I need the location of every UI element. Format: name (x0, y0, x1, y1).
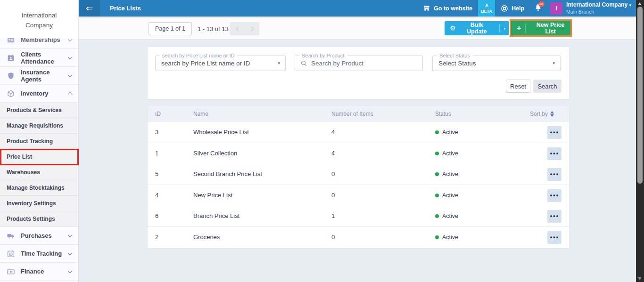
column-header-id: ID (155, 106, 161, 122)
row-actions-button[interactable]: ●●● (547, 168, 561, 181)
price-list-search-dropdown[interactable]: search by Price List name or ID search b… (155, 56, 286, 71)
subitem-label: Products & Services (7, 107, 62, 113)
clients-attendance-icon (7, 54, 15, 62)
row-actions-button[interactable]: ●●● (547, 231, 561, 244)
sidebar: Memberships Clients Attendance Insurance… (0, 0, 79, 282)
status-badge: Active (435, 227, 458, 248)
chevron-down-icon (68, 233, 73, 237)
subitem-label: Manage Stocktakings (7, 185, 65, 191)
status-badge: Active (435, 185, 458, 206)
table-row: 5 Second Branch Price List 0 Active ●●● (148, 164, 569, 185)
cell-name: Branch Price List (193, 206, 239, 226)
search-icon (300, 60, 307, 67)
column-header-status: Status (435, 106, 451, 122)
chevron-down-icon[interactable]: ▾ (504, 26, 505, 31)
sidebar-subitem-manage-stocktakings[interactable]: Manage Stocktakings (0, 180, 78, 196)
scrollbar-thumb[interactable] (637, 7, 643, 184)
logo-line2: Company (0, 20, 78, 30)
field-placeholder: Search by Product (311, 56, 363, 71)
row-actions-button[interactable]: ●●● (547, 210, 561, 223)
sidebar-subitem-inventory-settings[interactable]: Inventory Settings (0, 196, 78, 211)
status-badge: Active (435, 206, 458, 226)
cell-items: 4 (331, 122, 335, 143)
vertical-scrollbar[interactable] (636, 0, 644, 282)
sidebar-item-inventory[interactable]: Inventory (0, 85, 78, 103)
finance-banknote-icon (7, 267, 15, 276)
product-search-field[interactable]: Search by Product Search by Product (295, 56, 423, 71)
back-button[interactable]: ⇐ (79, 0, 100, 16)
search-button[interactable]: Search (533, 80, 561, 93)
row-actions-button[interactable]: ●●● (547, 126, 561, 139)
sort-by-label: Sort by (530, 106, 548, 122)
sidebar-subitem-products-settings[interactable]: Products Settings (0, 211, 78, 227)
table-row: 4 New Price List 0 Active ●●● (148, 185, 569, 206)
cell-name: Second Branch Price List (193, 164, 262, 185)
scroll-down-arrow-icon[interactable] (638, 277, 642, 280)
time-tracking-icon (7, 250, 15, 258)
row-actions-button[interactable]: ●●● (547, 189, 561, 202)
column-header-name: Name (193, 106, 208, 122)
button-divider (525, 24, 526, 32)
range-indicator: 1 - 13 of 13 (198, 22, 229, 35)
active-dot-icon (435, 235, 439, 239)
cell-name: New Price List (193, 185, 232, 206)
ellipsis-icon: ●●● (550, 151, 559, 156)
beta-badge[interactable]: BETA (478, 0, 495, 16)
cell-items: 0 (331, 164, 335, 185)
sidebar-item-finance[interactable]: Finance (0, 263, 78, 281)
sidebar-subitem-manage-requisitions[interactable]: Manage Requisitions (0, 118, 78, 134)
branch-name: Main Branch (566, 9, 631, 15)
sidebar-item-label: Insurance Agents (21, 69, 68, 83)
field-value: search by Price List name or ID (161, 56, 250, 71)
sidebar-item-time-tracking[interactable]: Time Tracking (0, 245, 78, 263)
sidebar-item-insurance-agents[interactable]: Insurance Agents (0, 67, 78, 85)
sort-by-control[interactable]: Sort by (530, 106, 554, 122)
scroll-up-arrow-icon[interactable] (638, 2, 642, 5)
back-arrow-icon: ⇐ (86, 3, 93, 13)
go-to-website-link[interactable]: Go to website (423, 5, 472, 12)
new-price-list-label: New Price List (530, 22, 570, 35)
chevron-right-icon (249, 26, 254, 31)
table-header: ID Name Number of Items Status Sort by (148, 106, 569, 122)
account-menu[interactable]: I International Company ▾ Main Branch (550, 2, 631, 15)
row-actions-button[interactable]: ●●● (547, 147, 561, 160)
help-link[interactable]: Help (501, 5, 524, 12)
notifications-button[interactable]: 80 (534, 3, 543, 14)
subitem-label: Inventory Settings (7, 200, 56, 207)
chevron-down-icon: ▾ (278, 56, 280, 71)
sidebar-subitem-price-list[interactable]: Price List (0, 149, 78, 165)
pagination-nav (230, 22, 259, 35)
bulk-update-button[interactable]: ⚙ Bulk Update ▾ (445, 21, 509, 35)
previous-page-button[interactable] (230, 22, 245, 35)
active-dot-icon (435, 193, 439, 197)
ellipsis-icon: ●●● (550, 214, 559, 218)
active-dot-icon (435, 152, 439, 155)
sidebar-item-purchases[interactable]: Purchases (0, 227, 78, 245)
sort-icon (550, 111, 554, 117)
company-avatar: I (550, 2, 562, 15)
ellipsis-icon: ●●● (550, 130, 559, 135)
active-dot-icon (435, 130, 439, 134)
logo-line1: International (0, 10, 78, 20)
cell-id: 6 (155, 206, 158, 226)
sidebar-menu: Memberships Clients Attendance Insurance… (0, 0, 78, 282)
page-indicator[interactable]: Page 1 of 1 (149, 22, 192, 35)
sidebar-item-label: Clients Attendance (21, 51, 68, 65)
chevron-down-icon: ▾ (629, 3, 631, 8)
sidebar-subitem-product-tracking[interactable]: Product Tracking (0, 134, 78, 149)
sidebar-subitem-warehouses[interactable]: Warehouses (0, 165, 78, 180)
subitem-label: Product Tracking (7, 138, 53, 145)
reset-button[interactable]: Reset (506, 80, 530, 93)
cell-id: 3 (155, 122, 158, 143)
sidebar-subitem-products-services[interactable]: Products & Services (0, 103, 78, 118)
table-row: 2 Groceries 0 Active ●●● (148, 227, 569, 248)
purchases-truck-icon (7, 232, 15, 240)
chevron-down-icon (68, 250, 73, 255)
subitem-label: Products Settings (7, 216, 55, 222)
status-select-dropdown[interactable]: Select Status Select Status ▾ (432, 56, 561, 71)
chevron-left-icon (236, 26, 240, 31)
next-page-button[interactable] (245, 22, 259, 35)
sidebar-item-label: Finance (21, 268, 68, 275)
new-price-list-button[interactable]: + New Price List (511, 21, 570, 35)
sidebar-item-clients-attendance[interactable]: Clients Attendance (0, 49, 78, 67)
